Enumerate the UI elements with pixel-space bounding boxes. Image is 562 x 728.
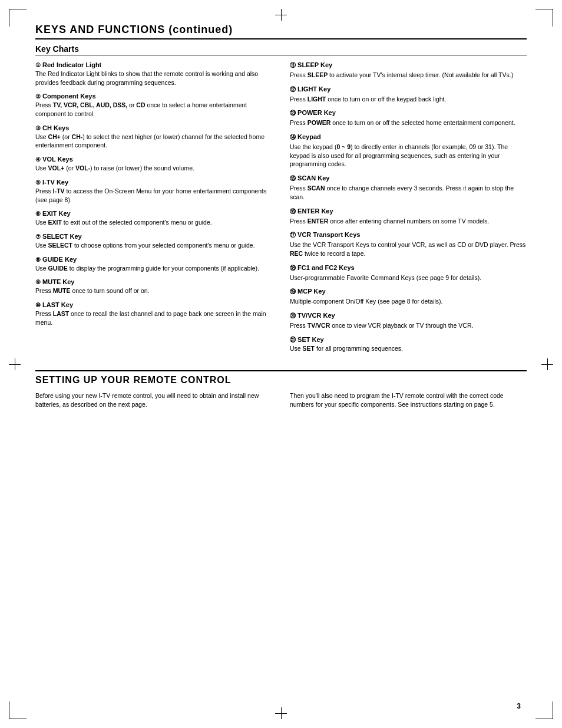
key-desc-2: Press TV, VCR, CBL, AUD, DSS, or CD once… — [35, 101, 272, 118]
key-title-17: ⑰ VCR Transport Keys — [290, 231, 527, 239]
key-entry-8: ⑧ GUIDE Key Use GUIDE to display the pro… — [35, 256, 272, 273]
page: 3 KEYS AND FUNCTIONS (continued) Key Cha… — [0, 0, 562, 728]
key-desc-9: Press MUTE once to turn sound off or on. — [35, 286, 272, 295]
crosshair-left — [9, 358, 21, 370]
key-desc-15: Press SCAN once to change channels every… — [290, 184, 527, 201]
key-entry-21: ㉑ SET Key Use SET for all programming se… — [290, 336, 527, 353]
key-title-1: ① Red Indicator Light — [35, 61, 272, 68]
setup-title: SETTING UP YOUR REMOTE CONTROL — [35, 375, 527, 386]
right-column: ⑪ SLEEP Key Press SLEEP to activate your… — [290, 61, 527, 358]
left-column: ① Red Indicator Light The Red Indicator … — [35, 61, 272, 358]
setup-left: Before using your new I-TV remote contro… — [35, 391, 272, 409]
key-entry-12: ⑫ LIGHT Key Press LIGHT once to turn on … — [290, 85, 527, 104]
key-entry-18: ⑱ FC1 and FC2 Keys User-programmable Fav… — [290, 264, 527, 282]
key-title-11: ⑪ SLEEP Key — [290, 61, 527, 70]
key-title-3: ③ CH Keys — [35, 124, 272, 131]
key-entry-17: ⑰ VCR Transport Keys Use the VCR Transpo… — [290, 231, 527, 258]
key-title-4: ④ VOL Keys — [35, 156, 272, 163]
key-title-18: ⑱ FC1 and FC2 Keys — [290, 264, 527, 272]
setup-content: Before using your new I-TV remote contro… — [35, 391, 527, 409]
key-entry-15: ⑮ SCAN Key Press SCAN once to change cha… — [290, 174, 527, 201]
key-entry-1: ① Red Indicator Light The Red Indicator … — [35, 61, 272, 87]
key-entry-10: ⑩ LAST Key Press LAST once to recall the… — [35, 301, 272, 327]
key-entry-16: ⑯ ENTER Key Press ENTER once after enter… — [290, 207, 527, 226]
key-desc-13: Press POWER once to turn on or off the s… — [290, 118, 527, 127]
setup-section: SETTING UP YOUR REMOTE CONTROL Before us… — [35, 370, 527, 409]
main-title: KEYS AND FUNCTIONS (continued) — [35, 24, 527, 39]
key-desc-8: Use GUIDE to display the programming gui… — [35, 264, 272, 273]
key-desc-19: Multiple-component On/Off Key (see page … — [290, 297, 527, 306]
key-title-13: ⑬ POWER Key — [290, 109, 527, 117]
key-desc-3: Use CH+ (or CH-) to select the next high… — [35, 133, 272, 150]
key-title-10: ⑩ LAST Key — [35, 301, 272, 308]
key-entry-13: ⑬ POWER Key Press POWER once to turn on … — [290, 109, 527, 127]
key-title-9: ⑨ MUTE Key — [35, 278, 272, 285]
key-entry-19: ⑲ MCP Key Multiple-component On/Off Key … — [290, 288, 527, 306]
key-desc-4: Use VOL+ (or VOL-) to raise (or lower) t… — [35, 164, 272, 173]
crosshair-top — [275, 9, 287, 21]
key-charts-columns: ① Red Indicator Light The Red Indicator … — [35, 61, 527, 358]
key-desc-18: User-programmable Favorite Command Keys … — [290, 274, 527, 282]
key-title-6: ⑥ EXIT Key — [35, 210, 272, 217]
corner-mark-br — [535, 701, 553, 719]
key-desc-6: Use EXIT to exit out of the selected com… — [35, 218, 272, 227]
key-entry-11: ⑪ SLEEP Key Press SLEEP to activate your… — [290, 61, 527, 80]
key-title-21: ㉑ SET Key — [290, 336, 527, 343]
key-title-7: ⑦ SELECT Key — [35, 233, 272, 240]
key-title-12: ⑫ LIGHT Key — [290, 85, 527, 94]
crosshair-bottom — [275, 707, 287, 719]
crosshair-right — [541, 358, 553, 370]
corner-mark-tl — [9, 9, 27, 27]
key-title-15: ⑮ SCAN Key — [290, 174, 527, 183]
key-desc-12: Press LIGHT once to turn on or off the k… — [290, 95, 527, 104]
key-title-14: ⑭ Keypad — [290, 133, 527, 141]
key-desc-21: Use SET for all programming sequences. — [290, 344, 527, 353]
corner-mark-tr — [535, 9, 553, 27]
key-desc-5: Press I-TV to access the On-Screen Menu … — [35, 187, 272, 204]
key-entry-9: ⑨ MUTE Key Press MUTE once to turn sound… — [35, 278, 272, 295]
key-title-8: ⑧ GUIDE Key — [35, 256, 272, 263]
key-desc-17: Use the VCR Transport Keys to control yo… — [290, 241, 527, 258]
key-desc-7: Use SELECT to choose options from your s… — [35, 241, 272, 250]
corner-mark-bl — [9, 701, 27, 719]
key-title-20: ⑳ TV/VCR Key — [290, 312, 527, 320]
setup-right: Then you'll also need to program the I-T… — [290, 391, 527, 409]
key-title-5: ⑤ I-TV Key — [35, 179, 272, 186]
key-entry-20: ⑳ TV/VCR Key Press TV/VCR once to view V… — [290, 312, 527, 330]
key-title-2: ② Component Keys — [35, 93, 272, 100]
key-desc-16: Press ENTER once after entering channel … — [290, 217, 527, 226]
key-desc-1: The Red Indicator Light blinks to show t… — [35, 70, 272, 87]
key-desc-14: Use the keypad (0 ~ 9) to directly enter… — [290, 143, 527, 169]
key-entry-7: ⑦ SELECT Key Use SELECT to choose option… — [35, 233, 272, 250]
key-title-16: ⑯ ENTER Key — [290, 207, 527, 216]
key-entry-4: ④ VOL Keys Use VOL+ (or VOL-) to raise (… — [35, 156, 272, 173]
key-desc-20: Press TV/VCR once to view VCR playback o… — [290, 321, 527, 330]
key-title-19: ⑲ MCP Key — [290, 288, 527, 296]
key-desc-11: Press SLEEP to activate your TV's intern… — [290, 71, 527, 80]
section-title: Key Charts — [35, 44, 527, 55]
key-entry-3: ③ CH Keys Use CH+ (or CH-) to select the… — [35, 124, 272, 150]
page-number: 3 — [517, 702, 521, 710]
key-entry-6: ⑥ EXIT Key Use EXIT to exit out of the s… — [35, 210, 272, 227]
key-entry-14: ⑭ Keypad Use the keypad (0 ~ 9) to direc… — [290, 133, 527, 169]
key-entry-2: ② Component Keys Press TV, VCR, CBL, AUD… — [35, 93, 272, 118]
key-entry-5: ⑤ I-TV Key Press I-TV to access the On-S… — [35, 179, 272, 204]
key-desc-10: Press LAST once to recall the last chann… — [35, 309, 272, 327]
